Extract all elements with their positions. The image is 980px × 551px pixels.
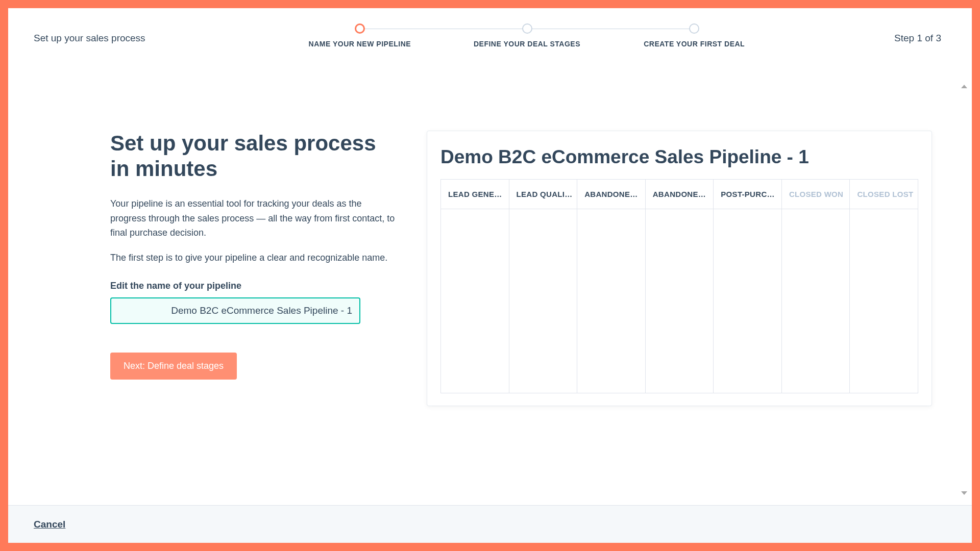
scroll-region: Set up your sales process in minutes You… (8, 80, 959, 505)
stage-column: POST-PURC… (714, 180, 782, 393)
step-connector (360, 29, 527, 29)
intro-paragraph-1: Your pipeline is an essential tool for t… (110, 196, 396, 240)
pipeline-name-input[interactable] (110, 297, 360, 324)
main-content: Set up your sales process in minutes You… (8, 59, 972, 505)
stage-column: CLOSED WON (782, 180, 850, 393)
stage-column: LEAD GENE… (441, 180, 509, 393)
stage-header: POST-PURC… (714, 180, 781, 209)
step-label: DEFINE YOUR DEAL STAGES (444, 40, 611, 48)
step-connector (527, 29, 695, 29)
stage-header: ABANDONE… (646, 180, 714, 209)
wizard-header: Set up your sales process Step 1 of 3 NA… (8, 8, 972, 59)
step-label: NAME YOUR NEW PIPELINE (276, 40, 444, 48)
stage-header: ABANDONE… (577, 180, 645, 209)
step-circle-icon (522, 23, 532, 34)
app-window: Set up your sales process Step 1 of 3 NA… (8, 8, 972, 543)
stage-header-closed-lost: CLOSED LOST (850, 180, 918, 209)
wizard-title: Set up your sales process (34, 33, 145, 44)
stage-column: CLOSED LOST (850, 180, 918, 393)
cancel-link[interactable]: Cancel (34, 519, 65, 530)
pipeline-preview-panel: Demo B2C eCommerce Sales Pipeline - 1 LE… (427, 131, 932, 406)
stage-header-closed-won: CLOSED WON (782, 180, 850, 209)
step-circle-icon (689, 23, 699, 34)
step-label: CREATE YOUR FIRST DEAL (610, 40, 778, 48)
stage-column: ABANDONE… (577, 180, 646, 393)
pipeline-name-label: Edit the name of your pipeline (110, 281, 396, 291)
wizard-footer: Cancel (8, 505, 972, 543)
next-button[interactable]: Next: Define deal stages (110, 353, 237, 380)
step-counter: Step 1 of 3 (894, 33, 941, 44)
scroll-down-icon[interactable] (961, 491, 967, 495)
stage-table: LEAD GENE… LEAD QUALI… ABANDONE… ABANDON… (440, 179, 918, 393)
app-frame: Set up your sales process Step 1 of 3 NA… (0, 0, 980, 551)
form-column: Set up your sales process in minutes You… (110, 131, 396, 485)
stage-header: LEAD GENE… (441, 180, 509, 209)
stepper: NAME YOUR NEW PIPELINE DEFINE YOUR DEAL … (276, 23, 778, 48)
step-create-deal[interactable]: CREATE YOUR FIRST DEAL (610, 23, 778, 48)
stage-column: ABANDONE… (646, 180, 714, 393)
vertical-scrollbar[interactable] (960, 85, 969, 495)
step-name-pipeline[interactable]: NAME YOUR NEW PIPELINE (276, 23, 444, 48)
intro-paragraph-2: The first step is to give your pipeline … (110, 251, 396, 265)
scroll-up-icon[interactable] (961, 85, 967, 88)
step-define-stages[interactable]: DEFINE YOUR DEAL STAGES (444, 23, 611, 48)
pipeline-preview-title: Demo B2C eCommerce Sales Pipeline - 1 (440, 146, 918, 168)
step-circle-active-icon (355, 23, 365, 34)
stage-header: LEAD QUALI… (509, 180, 577, 209)
page-heading: Set up your sales process in minutes (110, 131, 396, 182)
stage-column: LEAD QUALI… (509, 180, 578, 393)
